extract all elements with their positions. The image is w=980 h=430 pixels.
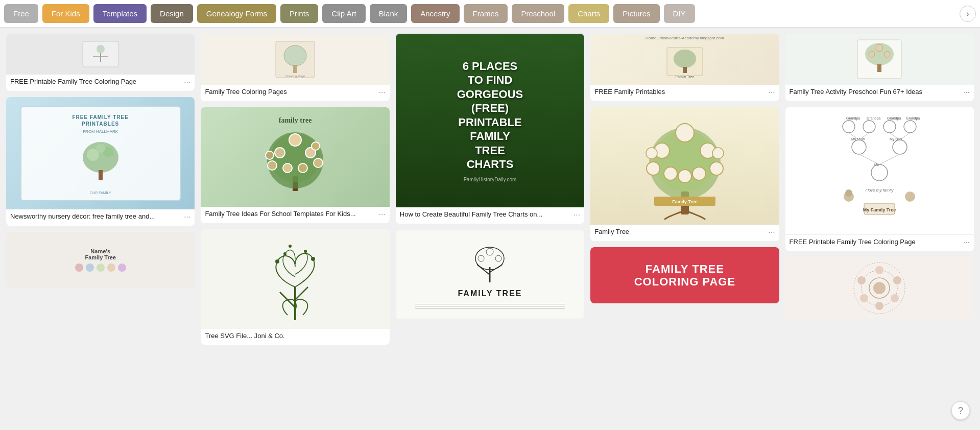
nav-btn-frames[interactable]: Frames: [464, 4, 508, 23]
nav-btn-for-kids[interactable]: For Kids: [42, 4, 89, 23]
nav-btn-charts[interactable]: Charts: [568, 4, 609, 23]
nav-btn-ancestry[interactable]: Ancestry: [411, 4, 459, 23]
card-img-circles-tree: [785, 257, 974, 319]
nav-btn-blank[interactable]: Blank: [370, 4, 408, 23]
column-1: FREE Printable Family Tree Coloring Page…: [6, 34, 195, 345]
svg-point-32: [289, 245, 292, 248]
card-family-tree-bottom[interactable]: FAMILY TREE: [396, 230, 584, 319]
card-footer-activity: Family Tree Activity Preschool Fun 67+ I…: [785, 85, 974, 101]
svg-text:Family Tree: Family Tree: [672, 199, 698, 204]
card-img-free-family-printables: HomeGrownHearts-Academy.blogspot.com Fam…: [590, 34, 779, 85]
card-menu-free-printable-bottom[interactable]: ···: [961, 238, 970, 247]
card-tree-svg[interactable]: Tree SVG File... Joni & Co.: [201, 229, 389, 345]
nav-btn-clip-art[interactable]: Clip Art: [322, 4, 365, 23]
card-title-free-printable-bottom: FREE Printable Family Tree Coloring Page: [790, 238, 961, 247]
card-menu-printables[interactable]: ···: [182, 212, 190, 222]
card-footer-free-printable-top: FREE Printable Family Tree Coloring Page…: [6, 75, 195, 91]
card-img-activity: [785, 34, 974, 85]
svg-point-100: [857, 276, 866, 284]
card-six-places[interactable]: 6 PLACESTO FINDGORGEOUS(FREE)PRINTABLEFA…: [396, 34, 584, 224]
svg-rect-11: [293, 65, 297, 73]
svg-point-24: [312, 142, 320, 150]
svg-point-88: [845, 189, 852, 197]
svg-point-70: [843, 121, 855, 133]
nav-btn-preschool[interactable]: Preschool: [512, 4, 564, 23]
card-menu-school[interactable]: ···: [376, 210, 385, 219]
card-circles-tree[interactable]: [785, 257, 974, 319]
svg-point-52: [664, 167, 677, 180]
column-5: Family Tree Activity Preschool Fun 67+ I…: [785, 34, 974, 345]
card-names-family-tree[interactable]: Name'sFamily Tree: [6, 232, 195, 288]
card-title-six-places: How to Create Beautiful Family Tree Char…: [400, 210, 571, 219]
svg-rect-42: [683, 67, 687, 73]
svg-point-28: [275, 259, 279, 264]
svg-text:I love my family: I love my family: [866, 188, 894, 193]
svg-point-101: [873, 282, 886, 294]
svg-text:My Family Tree: My Family Tree: [863, 207, 896, 212]
card-menu-activity[interactable]: ···: [961, 88, 970, 97]
card-img-coloring-pages: Coloring Page: [201, 34, 389, 85]
nav-btn-prints[interactable]: Prints: [280, 4, 318, 23]
card-activity-preschool[interactable]: Family Tree Activity Preschool Fun 67+ I…: [785, 34, 974, 101]
card-pink-coloring[interactable]: FAMILY TREECOLORING PAGE: [590, 247, 779, 303]
card-free-family-printables[interactable]: HomeGrownHearts-Academy.blogspot.com Fam…: [590, 34, 779, 101]
nav-btn-free[interactable]: Free: [4, 4, 38, 23]
svg-point-65: [884, 51, 890, 57]
card-title-free-printable-top: FREE Printable Family Tree Coloring Page: [10, 78, 182, 86]
card-free-printable-bottom[interactable]: Grandpa Grandpa Grandpa Grandpa My Mom M…: [785, 107, 974, 251]
svg-point-98: [875, 302, 883, 310]
svg-point-8: [96, 144, 105, 153]
card-img-pink-coloring: FAMILY TREECOLORING PAGE: [590, 247, 779, 303]
card-img-printables: FREE FAMILY TREEPRINTABLES FROM HALLMARK…: [6, 97, 195, 209]
svg-point-29: [311, 257, 315, 261]
nav-next-arrow[interactable]: ›: [960, 6, 976, 22]
svg-text:Grandpa: Grandpa: [867, 116, 880, 121]
svg-point-53: [678, 170, 691, 183]
card-menu-six-places[interactable]: ···: [571, 210, 580, 220]
svg-point-1: [97, 45, 105, 53]
svg-point-38: [478, 255, 484, 261]
column-3: 6 PLACESTO FINDGORGEOUS(FREE)PRINTABLEFA…: [396, 34, 584, 345]
nav-btn-genealogy-forms[interactable]: Genealogy Forms: [197, 4, 276, 23]
svg-text:Coloring Page: Coloring Page: [285, 75, 305, 78]
svg-point-54: [692, 167, 706, 180]
svg-point-71: [863, 121, 875, 133]
card-title-tree-svg: Tree SVG File... Joni & Co.: [205, 332, 385, 341]
svg-point-97: [891, 294, 899, 302]
svg-point-64: [869, 51, 875, 57]
nav-btn-design[interactable]: Design: [151, 4, 193, 23]
card-family-tree-ideas-school[interactable]: family tree: [201, 107, 389, 223]
card-title-free-family-printables: FREE Family Printables: [594, 88, 766, 97]
svg-point-48: [676, 124, 694, 142]
svg-point-57: [712, 148, 724, 159]
nav-btn-templates[interactable]: Templates: [93, 4, 147, 23]
card-beige-tree[interactable]: Family Tree Family Tree ···: [590, 107, 779, 241]
svg-point-10: [284, 45, 306, 66]
card-free-printable-top[interactable]: FREE Printable Family Tree Coloring Page…: [6, 34, 195, 91]
card-title-beige-tree: Family Tree: [594, 228, 766, 236]
svg-point-63: [876, 44, 883, 52]
svg-point-99: [860, 294, 868, 302]
nav-btn-diy[interactable]: DIY: [664, 4, 695, 23]
svg-point-56: [646, 148, 657, 159]
card-menu-coloring-pages[interactable]: ···: [376, 88, 385, 97]
svg-point-76: [852, 140, 866, 154]
card-title-activity: Family Tree Activity Preschool Fun 67+ I…: [790, 88, 961, 97]
card-free-family-tree-printables[interactable]: FREE FAMILY TREEPRINTABLES FROM HALLMARK…: [6, 97, 195, 226]
card-img-names: Name'sFamily Tree: [6, 232, 195, 288]
card-menu-free-family-printables[interactable]: ···: [766, 88, 775, 97]
nav-bar: Free For Kids Templates Design Genealogy…: [0, 0, 980, 28]
card-menu-free-printable-top[interactable]: ···: [182, 78, 190, 87]
card-family-tree-coloring-pages[interactable]: Coloring Page Family Tree Coloring Pages…: [201, 34, 389, 101]
svg-rect-62: [877, 64, 881, 72]
svg-point-95: [875, 266, 883, 274]
card-img-free-printable-top: [6, 34, 195, 75]
card-footer-free-family-printables: FREE Family Printables ···: [590, 85, 779, 101]
card-title-coloring-pages: Family Tree Coloring Pages: [205, 88, 376, 97]
card-menu-beige-tree[interactable]: ···: [766, 228, 775, 237]
svg-point-83: [871, 164, 888, 181]
card-img-six-places: 6 PLACESTO FINDGORGEOUS(FREE)PRINTABLEFA…: [396, 34, 584, 207]
svg-point-96: [893, 276, 901, 284]
nav-btn-pictures[interactable]: Pictures: [613, 4, 659, 23]
svg-point-31: [304, 250, 307, 253]
